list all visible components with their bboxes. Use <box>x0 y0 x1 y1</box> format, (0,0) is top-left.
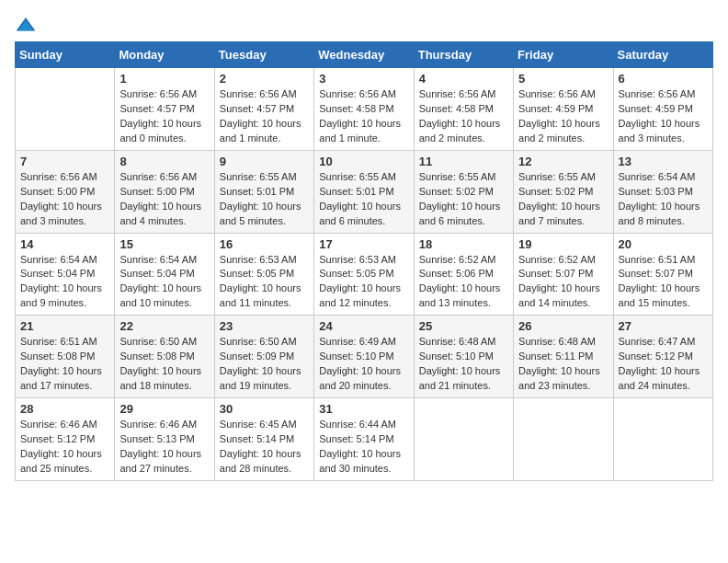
sunrise-text: Sunrise: 6:51 AM <box>20 335 109 350</box>
day-info: Sunrise: 6:48 AMSunset: 5:10 PMDaylight:… <box>419 335 508 394</box>
week-row-1: 1Sunrise: 6:56 AMSunset: 4:57 PMDaylight… <box>16 68 713 151</box>
calendar-cell: 9Sunrise: 6:55 AMSunset: 5:01 PMDaylight… <box>214 150 313 233</box>
sunrise-text: Sunrise: 6:50 AM <box>220 335 309 350</box>
daylight-text: Daylight: 10 hours and 21 minutes. <box>419 364 508 394</box>
sunset-text: Sunset: 5:08 PM <box>119 350 209 364</box>
sunset-text: Sunset: 5:11 PM <box>518 350 608 364</box>
day-number: 18 <box>419 237 508 251</box>
daylight-text: Daylight: 10 hours and 5 minutes. <box>220 200 309 229</box>
daylight-text: Daylight: 10 hours and 14 minutes. <box>518 282 608 311</box>
day-info: Sunrise: 6:44 AMSunset: 5:14 PMDaylight:… <box>319 418 408 477</box>
daylight-text: Daylight: 10 hours and 12 minutes. <box>319 282 408 311</box>
daylight-text: Daylight: 10 hours and 25 minutes. <box>20 447 109 477</box>
day-number: 13 <box>619 155 708 168</box>
sunset-text: Sunset: 5:05 PM <box>319 267 408 282</box>
day-number: 5 <box>518 72 608 86</box>
sunset-text: Sunset: 5:12 PM <box>20 432 109 447</box>
sunrise-text: Sunrise: 6:56 AM <box>419 87 508 102</box>
daylight-text: Daylight: 10 hours and 4 minutes. <box>119 200 209 229</box>
day-number: 10 <box>319 155 408 168</box>
daylight-text: Daylight: 10 hours and 24 minutes. <box>619 364 708 394</box>
calendar-cell: 20Sunrise: 6:51 AMSunset: 5:07 PMDayligh… <box>613 233 712 316</box>
calendar-cell: 19Sunrise: 6:52 AMSunset: 5:07 PMDayligh… <box>514 233 613 316</box>
day-info: Sunrise: 6:53 AMSunset: 5:05 PMDaylight:… <box>220 253 309 312</box>
calendar-cell: 11Sunrise: 6:55 AMSunset: 5:02 PMDayligh… <box>414 150 513 233</box>
calendar-cell: 14Sunrise: 6:54 AMSunset: 5:04 PMDayligh… <box>16 233 115 316</box>
daylight-text: Daylight: 10 hours and 28 minutes. <box>220 447 309 477</box>
day-info: Sunrise: 6:49 AMSunset: 5:10 PMDaylight:… <box>319 335 408 394</box>
calendar-cell: 2Sunrise: 6:56 AMSunset: 4:57 PMDaylight… <box>214 68 313 151</box>
sunset-text: Sunset: 5:04 PM <box>20 267 109 282</box>
calendar-cell: 26Sunrise: 6:48 AMSunset: 5:11 PMDayligh… <box>514 316 613 398</box>
day-number: 29 <box>119 402 209 416</box>
calendar-cell: 3Sunrise: 6:56 AMSunset: 4:58 PMDaylight… <box>314 68 414 151</box>
day-info: Sunrise: 6:55 AMSunset: 5:02 PMDaylight:… <box>518 170 608 229</box>
week-row-3: 14Sunrise: 6:54 AMSunset: 5:04 PMDayligh… <box>16 233 713 316</box>
day-number: 1 <box>119 72 209 86</box>
sunset-text: Sunset: 5:14 PM <box>220 432 309 447</box>
day-info: Sunrise: 6:55 AMSunset: 5:02 PMDaylight:… <box>419 170 508 229</box>
daylight-text: Daylight: 10 hours and 15 minutes. <box>619 282 708 311</box>
week-row-5: 28Sunrise: 6:46 AMSunset: 5:12 PMDayligh… <box>16 398 713 481</box>
day-number: 23 <box>220 319 309 333</box>
sunrise-text: Sunrise: 6:49 AM <box>319 335 408 350</box>
sunset-text: Sunset: 5:02 PM <box>419 185 508 200</box>
sunset-text: Sunset: 5:10 PM <box>319 350 408 364</box>
sunrise-text: Sunrise: 6:50 AM <box>119 335 209 350</box>
sunrise-text: Sunrise: 6:55 AM <box>518 170 608 185</box>
sunrise-text: Sunrise: 6:54 AM <box>619 170 708 185</box>
day-number: 7 <box>20 155 109 168</box>
calendar-table: SundayMondayTuesdayWednesdayThursdayFrid… <box>15 41 713 481</box>
sunset-text: Sunset: 5:12 PM <box>619 350 708 364</box>
day-info: Sunrise: 6:54 AMSunset: 5:04 PMDaylight:… <box>119 253 209 312</box>
sunrise-text: Sunrise: 6:46 AM <box>20 418 109 432</box>
sunset-text: Sunset: 5:14 PM <box>319 432 408 447</box>
day-info: Sunrise: 6:51 AMSunset: 5:08 PMDaylight:… <box>20 335 109 394</box>
calendar-cell: 31Sunrise: 6:44 AMSunset: 5:14 PMDayligh… <box>314 398 414 481</box>
page-header <box>15 15 713 34</box>
sunset-text: Sunset: 5:00 PM <box>20 185 109 200</box>
day-info: Sunrise: 6:56 AMSunset: 4:58 PMDaylight:… <box>319 87 408 146</box>
sunset-text: Sunset: 5:04 PM <box>119 267 209 282</box>
calendar-cell: 21Sunrise: 6:51 AMSunset: 5:08 PMDayligh… <box>16 316 115 398</box>
sunset-text: Sunset: 4:57 PM <box>119 102 209 117</box>
day-info: Sunrise: 6:52 AMSunset: 5:07 PMDaylight:… <box>518 253 608 312</box>
sunrise-text: Sunrise: 6:48 AM <box>518 335 608 350</box>
day-info: Sunrise: 6:46 AMSunset: 5:13 PMDaylight:… <box>119 418 209 477</box>
sunrise-text: Sunrise: 6:51 AM <box>619 253 708 268</box>
day-number: 9 <box>220 155 309 168</box>
day-info: Sunrise: 6:56 AMSunset: 4:57 PMDaylight:… <box>220 87 309 146</box>
day-number: 22 <box>119 319 209 333</box>
sunrise-text: Sunrise: 6:44 AM <box>319 418 408 432</box>
sunrise-text: Sunrise: 6:55 AM <box>319 170 408 185</box>
sunrise-text: Sunrise: 6:47 AM <box>619 335 708 350</box>
calendar-cell: 22Sunrise: 6:50 AMSunset: 5:08 PMDayligh… <box>115 316 214 398</box>
sunset-text: Sunset: 5:01 PM <box>319 185 408 200</box>
calendar-cell: 25Sunrise: 6:48 AMSunset: 5:10 PMDayligh… <box>414 316 513 398</box>
week-row-4: 21Sunrise: 6:51 AMSunset: 5:08 PMDayligh… <box>16 316 713 398</box>
weekday-header-saturday: Saturday <box>613 42 712 68</box>
daylight-text: Daylight: 10 hours and 17 minutes. <box>20 364 109 394</box>
sunset-text: Sunset: 5:07 PM <box>518 267 608 282</box>
weekday-header-tuesday: Tuesday <box>214 42 313 68</box>
day-info: Sunrise: 6:56 AMSunset: 4:57 PMDaylight:… <box>119 87 209 146</box>
day-number: 31 <box>319 402 408 416</box>
sunset-text: Sunset: 5:08 PM <box>20 350 109 364</box>
sunrise-text: Sunrise: 6:53 AM <box>319 253 408 268</box>
day-info: Sunrise: 6:53 AMSunset: 5:05 PMDaylight:… <box>319 253 408 312</box>
sunset-text: Sunset: 4:58 PM <box>419 102 508 117</box>
day-info: Sunrise: 6:46 AMSunset: 5:12 PMDaylight:… <box>20 418 109 477</box>
day-number: 4 <box>419 72 508 86</box>
sunset-text: Sunset: 5:02 PM <box>518 185 608 200</box>
day-number: 15 <box>119 237 209 251</box>
daylight-text: Daylight: 10 hours and 3 minutes. <box>619 117 708 146</box>
day-number: 26 <box>518 319 608 333</box>
day-info: Sunrise: 6:50 AMSunset: 5:08 PMDaylight:… <box>119 335 209 394</box>
sunrise-text: Sunrise: 6:56 AM <box>220 87 309 102</box>
daylight-text: Daylight: 10 hours and 3 minutes. <box>20 200 109 229</box>
week-row-2: 7Sunrise: 6:56 AMSunset: 5:00 PMDaylight… <box>16 150 713 233</box>
calendar-cell: 23Sunrise: 6:50 AMSunset: 5:09 PMDayligh… <box>214 316 313 398</box>
sunset-text: Sunset: 5:03 PM <box>619 185 708 200</box>
day-info: Sunrise: 6:56 AMSunset: 5:00 PMDaylight:… <box>20 170 109 229</box>
sunset-text: Sunset: 4:59 PM <box>518 102 608 117</box>
